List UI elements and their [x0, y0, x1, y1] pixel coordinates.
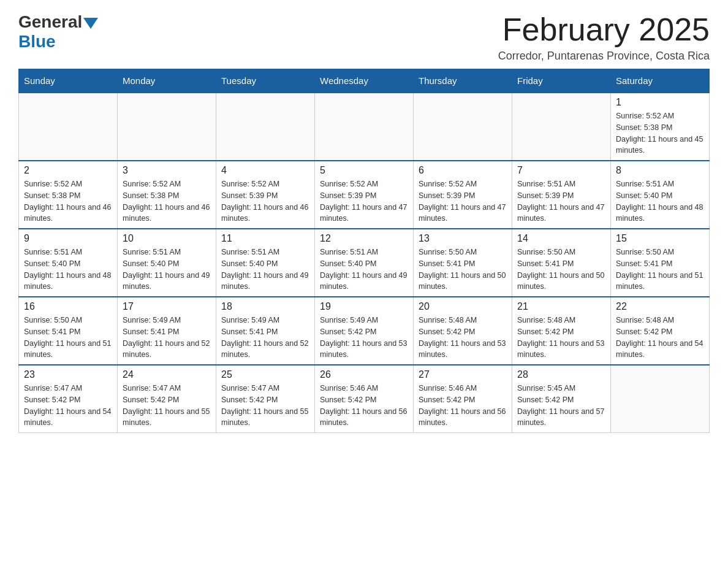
day-info: Sunrise: 5:45 AM Sunset: 5:42 PM Dayligh… [517, 383, 605, 429]
calendar-cell [315, 93, 414, 161]
day-number: 11 [221, 233, 309, 244]
calendar-week-row: 9Sunrise: 5:51 AM Sunset: 5:40 PM Daylig… [19, 229, 710, 297]
day-number: 21 [517, 301, 605, 312]
calendar-cell: 19Sunrise: 5:49 AM Sunset: 5:42 PM Dayli… [315, 297, 414, 365]
calendar-cell: 7Sunrise: 5:51 AM Sunset: 5:39 PM Daylig… [512, 161, 611, 229]
day-info: Sunrise: 5:52 AM Sunset: 5:39 PM Dayligh… [419, 178, 507, 224]
calendar-subtitle: Corredor, Puntarenas Province, Costa Ric… [498, 50, 710, 63]
day-number: 3 [123, 165, 211, 176]
day-info: Sunrise: 5:52 AM Sunset: 5:38 PM Dayligh… [616, 110, 704, 156]
day-info: Sunrise: 5:51 AM Sunset: 5:40 PM Dayligh… [221, 247, 309, 293]
day-info: Sunrise: 5:47 AM Sunset: 5:42 PM Dayligh… [123, 383, 211, 429]
logo-area: General Blue [18, 12, 98, 52]
day-number: 8 [616, 165, 704, 176]
calendar-cell [19, 93, 118, 161]
day-number: 19 [320, 301, 408, 312]
day-info: Sunrise: 5:47 AM Sunset: 5:42 PM Dayligh… [24, 383, 112, 429]
calendar-table: SundayMondayTuesdayWednesdayThursdayFrid… [18, 69, 710, 433]
calendar-cell: 15Sunrise: 5:50 AM Sunset: 5:41 PM Dayli… [611, 229, 710, 297]
calendar-week-row: 2Sunrise: 5:52 AM Sunset: 5:38 PM Daylig… [19, 161, 710, 229]
day-info: Sunrise: 5:49 AM Sunset: 5:41 PM Dayligh… [221, 315, 309, 361]
calendar-cell [118, 93, 216, 161]
calendar-title: February 2025 [498, 12, 710, 47]
day-info: Sunrise: 5:48 AM Sunset: 5:42 PM Dayligh… [517, 315, 605, 361]
calendar-cell: 25Sunrise: 5:47 AM Sunset: 5:42 PM Dayli… [216, 365, 315, 433]
day-of-week-header: Wednesday [315, 69, 414, 93]
calendar-header: SundayMondayTuesdayWednesdayThursdayFrid… [19, 69, 710, 93]
day-of-week-header: Friday [512, 69, 611, 93]
day-info: Sunrise: 5:51 AM Sunset: 5:40 PM Dayligh… [616, 178, 704, 224]
calendar-cell: 22Sunrise: 5:48 AM Sunset: 5:42 PM Dayli… [611, 297, 710, 365]
day-info: Sunrise: 5:48 AM Sunset: 5:42 PM Dayligh… [616, 315, 704, 361]
day-number: 15 [616, 233, 704, 244]
day-of-week-header: Saturday [611, 69, 710, 93]
day-info: Sunrise: 5:52 AM Sunset: 5:38 PM Dayligh… [24, 178, 112, 224]
logo-blue-text: Blue [18, 32, 56, 52]
day-info: Sunrise: 5:52 AM Sunset: 5:38 PM Dayligh… [123, 178, 211, 224]
day-number: 6 [419, 165, 507, 176]
calendar-cell: 11Sunrise: 5:51 AM Sunset: 5:40 PM Dayli… [216, 229, 315, 297]
day-info: Sunrise: 5:49 AM Sunset: 5:41 PM Dayligh… [123, 315, 211, 361]
calendar-cell: 14Sunrise: 5:50 AM Sunset: 5:41 PM Dayli… [512, 229, 611, 297]
calendar-cell [512, 93, 611, 161]
calendar-cell: 9Sunrise: 5:51 AM Sunset: 5:40 PM Daylig… [19, 229, 118, 297]
calendar-cell: 27Sunrise: 5:46 AM Sunset: 5:42 PM Dayli… [414, 365, 512, 433]
calendar-cell: 26Sunrise: 5:46 AM Sunset: 5:42 PM Dayli… [315, 365, 414, 433]
day-info: Sunrise: 5:50 AM Sunset: 5:41 PM Dayligh… [24, 315, 112, 361]
day-info: Sunrise: 5:50 AM Sunset: 5:41 PM Dayligh… [616, 247, 704, 293]
day-number: 13 [419, 233, 507, 244]
day-info: Sunrise: 5:49 AM Sunset: 5:42 PM Dayligh… [320, 315, 408, 361]
calendar-cell: 23Sunrise: 5:47 AM Sunset: 5:42 PM Dayli… [19, 365, 118, 433]
day-number: 10 [123, 233, 211, 244]
day-number: 25 [221, 369, 309, 380]
day-number: 26 [320, 369, 408, 380]
calendar-cell [611, 365, 710, 433]
day-number: 14 [517, 233, 605, 244]
day-of-week-header: Monday [118, 69, 216, 93]
calendar-cell: 17Sunrise: 5:49 AM Sunset: 5:41 PM Dayli… [118, 297, 216, 365]
day-info: Sunrise: 5:51 AM Sunset: 5:40 PM Dayligh… [123, 247, 211, 293]
calendar-cell: 6Sunrise: 5:52 AM Sunset: 5:39 PM Daylig… [414, 161, 512, 229]
day-info: Sunrise: 5:48 AM Sunset: 5:42 PM Dayligh… [419, 315, 507, 361]
day-number: 5 [320, 165, 408, 176]
day-info: Sunrise: 5:52 AM Sunset: 5:39 PM Dayligh… [221, 178, 309, 224]
calendar-cell: 16Sunrise: 5:50 AM Sunset: 5:41 PM Dayli… [19, 297, 118, 365]
calendar-cell: 21Sunrise: 5:48 AM Sunset: 5:42 PM Dayli… [512, 297, 611, 365]
day-of-week-header: Sunday [19, 69, 118, 93]
calendar-cell: 10Sunrise: 5:51 AM Sunset: 5:40 PM Dayli… [118, 229, 216, 297]
calendar-week-row: 16Sunrise: 5:50 AM Sunset: 5:41 PM Dayli… [19, 297, 710, 365]
day-of-week-header: Tuesday [216, 69, 315, 93]
calendar-cell: 1Sunrise: 5:52 AM Sunset: 5:38 PM Daylig… [611, 93, 710, 161]
calendar-cell [216, 93, 315, 161]
day-number: 9 [24, 233, 112, 244]
calendar-cell: 24Sunrise: 5:47 AM Sunset: 5:42 PM Dayli… [118, 365, 216, 433]
day-number: 17 [123, 301, 211, 312]
day-number: 22 [616, 301, 704, 312]
calendar-cell [414, 93, 512, 161]
calendar-cell: 5Sunrise: 5:52 AM Sunset: 5:39 PM Daylig… [315, 161, 414, 229]
calendar-cell: 20Sunrise: 5:48 AM Sunset: 5:42 PM Dayli… [414, 297, 512, 365]
day-info: Sunrise: 5:51 AM Sunset: 5:40 PM Dayligh… [24, 247, 112, 293]
day-number: 16 [24, 301, 112, 312]
calendar-week-row: 23Sunrise: 5:47 AM Sunset: 5:42 PM Dayli… [19, 365, 710, 433]
day-info: Sunrise: 5:46 AM Sunset: 5:42 PM Dayligh… [419, 383, 507, 429]
day-info: Sunrise: 5:50 AM Sunset: 5:41 PM Dayligh… [517, 247, 605, 293]
day-number: 2 [24, 165, 112, 176]
day-number: 1 [616, 97, 704, 108]
day-number: 18 [221, 301, 309, 312]
day-info: Sunrise: 5:52 AM Sunset: 5:39 PM Dayligh… [320, 178, 408, 224]
header: General Blue February 2025 Corredor, Pun… [18, 12, 710, 63]
calendar-cell: 8Sunrise: 5:51 AM Sunset: 5:40 PM Daylig… [611, 161, 710, 229]
day-number: 28 [517, 369, 605, 380]
day-info: Sunrise: 5:51 AM Sunset: 5:40 PM Dayligh… [320, 247, 408, 293]
day-info: Sunrise: 5:51 AM Sunset: 5:39 PM Dayligh… [517, 178, 605, 224]
logo-general-text: General [18, 12, 82, 32]
calendar-week-row: 1Sunrise: 5:52 AM Sunset: 5:38 PM Daylig… [19, 93, 710, 161]
calendar-cell: 2Sunrise: 5:52 AM Sunset: 5:38 PM Daylig… [19, 161, 118, 229]
day-of-week-header: Thursday [414, 69, 512, 93]
calendar-cell: 28Sunrise: 5:45 AM Sunset: 5:42 PM Dayli… [512, 365, 611, 433]
day-number: 27 [419, 369, 507, 380]
days-of-week-row: SundayMondayTuesdayWednesdayThursdayFrid… [19, 69, 710, 93]
day-info: Sunrise: 5:50 AM Sunset: 5:41 PM Dayligh… [419, 247, 507, 293]
calendar-cell: 13Sunrise: 5:50 AM Sunset: 5:41 PM Dayli… [414, 229, 512, 297]
